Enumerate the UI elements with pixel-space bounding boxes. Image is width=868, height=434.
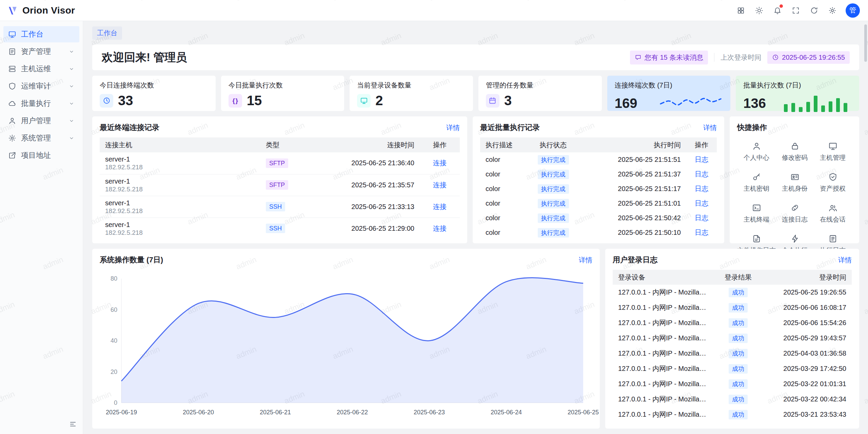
settings-gear-icon[interactable] bbox=[825, 3, 840, 18]
stats-row: 今日连接终端次数 33 今日批量执行次数 { } 15 当前登录设备数量 2 管… bbox=[92, 76, 859, 111]
stat-card-tasks: 管理的任务数量 3 bbox=[478, 76, 602, 111]
connect-link[interactable]: 连接 bbox=[433, 203, 447, 210]
quick-action-profile[interactable]: 个人中心 bbox=[737, 137, 776, 166]
table-row: 127.0.0.1 - 内网IP - Mozilla/5.0 (Windows … bbox=[613, 346, 852, 361]
apps-grid-icon[interactable] bbox=[733, 3, 749, 18]
sidebar-item-host-ops[interactable]: 主机运维 bbox=[3, 61, 79, 77]
login-device: 127.0.0.1 - 内网IP - Mozilla/5.0 (Windows … bbox=[613, 346, 713, 361]
stat-title: 当前登录设备数量 bbox=[357, 81, 466, 90]
log-link[interactable]: 日志 bbox=[695, 185, 708, 192]
terminal-detail-link[interactable]: 详情 bbox=[446, 123, 460, 132]
user-avatar[interactable]: 管 bbox=[846, 3, 860, 18]
quick-action-host-management[interactable]: 主机管理 bbox=[814, 137, 852, 166]
quick-action-host-keys[interactable]: 主机密钥 bbox=[737, 168, 776, 197]
login-time: 2025-03-22 00:42:34 bbox=[764, 392, 852, 407]
system-operations-area-chart: 0204060802025-06-192025-06-202025-06-212… bbox=[100, 270, 592, 418]
login-time: 2025-06-25 19:26:55 bbox=[764, 285, 852, 300]
exec-desc: color bbox=[480, 225, 522, 240]
table-row: color 执行完成 2025-06-25 21:50:42 日志 bbox=[480, 211, 717, 225]
table-row: 127.0.0.1 - 内网IP - Mozilla/5.0 (Windows … bbox=[613, 331, 852, 346]
id-card-icon bbox=[790, 172, 800, 182]
user-icon bbox=[752, 141, 761, 151]
login-result-badge: 成功 bbox=[729, 288, 748, 297]
stat-title: 今日连接终端次数 bbox=[100, 81, 208, 90]
svg-text:2025-06-22: 2025-06-22 bbox=[337, 409, 368, 416]
connect-link[interactable]: 连接 bbox=[433, 181, 447, 189]
dashboard-icon bbox=[8, 30, 16, 38]
quick-action-online-sessions[interactable]: 在线会话 bbox=[814, 199, 852, 228]
table-header-row: 登录设备 登录结果 登录时间 bbox=[613, 270, 852, 285]
key-icon bbox=[752, 172, 761, 182]
card-title: 用户登录日志 bbox=[613, 255, 657, 265]
sidebar-item-audit[interactable]: 运维审计 bbox=[3, 78, 79, 94]
chart-detail-link[interactable]: 详情 bbox=[579, 256, 592, 265]
stat-card-terminal-today: 今日连接终端次数 33 bbox=[92, 76, 216, 111]
unread-messages-badge[interactable]: 您有 15 条未读消息 bbox=[630, 51, 708, 64]
lightning-icon bbox=[790, 234, 800, 243]
table-row: 127.0.0.1 - 内网IP - Mozilla/5.0 (Windows … bbox=[613, 315, 852, 331]
sidebar-item-user-mgmt[interactable]: 用户管理 bbox=[3, 113, 79, 129]
quick-action-label: 在线会话 bbox=[820, 215, 846, 224]
refresh-icon[interactable] bbox=[806, 3, 822, 18]
scrollbar-thumb[interactable] bbox=[864, 24, 867, 62]
login-device: 127.0.0.1 - 内网IP - Mozilla/5.0 (Windows … bbox=[613, 361, 713, 376]
quick-action-asset-authorization[interactable]: 资产授权 bbox=[814, 168, 852, 197]
login-detail-link[interactable]: 详情 bbox=[838, 256, 852, 265]
col-device: 登录设备 bbox=[613, 270, 713, 285]
sidebar-item-assets[interactable]: 资产管理 bbox=[3, 43, 79, 60]
login-device: 127.0.0.1 - 内网IP - Mozilla/5.0 (Windows … bbox=[613, 285, 713, 300]
status-badge: 执行完成 bbox=[538, 170, 569, 179]
batch-records-card: 最近批量执行记录 详情 执行描述 执行状态 执行时间 操作 color 执行完成… bbox=[473, 116, 724, 243]
stat-value: 33 bbox=[118, 93, 133, 108]
exec-desc: color bbox=[480, 211, 522, 225]
exec-time: 2025-06-25 21:50:42 bbox=[585, 211, 686, 225]
breadcrumb[interactable]: 工作台 bbox=[92, 26, 122, 40]
app-title: Orion Visor bbox=[22, 5, 75, 16]
col-time: 连接时间 bbox=[311, 137, 420, 152]
table-row: 127.0.0.1 - 内网IP - Mozilla/5.0 (Windows … bbox=[613, 300, 852, 315]
quick-action-host-terminal[interactable]: 主机终端 bbox=[737, 199, 776, 228]
sidebar-item-workbench[interactable]: 工作台 bbox=[3, 26, 79, 42]
sidebar-item-batch-exec[interactable]: 批量执行 bbox=[3, 95, 79, 112]
log-link[interactable]: 日志 bbox=[695, 229, 708, 236]
log-link[interactable]: 日志 bbox=[695, 156, 708, 163]
table-row: 127.0.0.1 - 内网IP - Mozilla/5.0 (Windows … bbox=[613, 392, 852, 407]
sidebar-item-system-mgmt[interactable]: 系统管理 bbox=[3, 130, 79, 146]
exec-time: 2025-06-25 21:50:10 bbox=[585, 225, 686, 240]
stat-card-batch-7d: 批量执行次数 (7日) 136 bbox=[736, 76, 859, 111]
quick-action-host-identity[interactable]: 主机身份 bbox=[776, 168, 814, 197]
exec-desc: color bbox=[480, 182, 522, 196]
notification-bell-icon[interactable] bbox=[770, 3, 785, 18]
system-operations-chart-card: 系统操作数量 (7日) 详情 0204060802025-06-192025-0… bbox=[92, 249, 600, 429]
log-link[interactable]: 日志 bbox=[695, 200, 708, 207]
chevron-down-icon bbox=[68, 100, 75, 107]
table-row: color 执行完成 2025-06-25 21:51:51 日志 bbox=[480, 152, 717, 167]
fullscreen-icon[interactable] bbox=[788, 3, 804, 18]
login-result-badge: 成功 bbox=[729, 410, 748, 419]
table-row: 127.0.0.1 - 内网IP - Mozilla/5.0 (Windows … bbox=[613, 407, 852, 422]
quick-action-connection-logs[interactable]: 连接日志 bbox=[776, 199, 814, 228]
connect-link[interactable]: 连接 bbox=[433, 159, 447, 167]
table-row: color 执行完成 2025-06-25 21:51:01 日志 bbox=[480, 196, 717, 211]
batch-detail-link[interactable]: 详情 bbox=[703, 123, 717, 132]
link-chain-icon bbox=[790, 203, 800, 212]
log-link[interactable]: 日志 bbox=[695, 214, 708, 222]
log-link[interactable]: 日志 bbox=[695, 170, 708, 178]
sidebar-item-project-url[interactable]: 项目地址 bbox=[3, 147, 79, 164]
lock-icon bbox=[790, 141, 800, 151]
sidebar-collapse-icon[interactable] bbox=[67, 418, 79, 430]
divider bbox=[714, 53, 714, 62]
stat-title: 连接终端次数 (7日) bbox=[615, 81, 723, 90]
theme-sun-icon[interactable] bbox=[751, 3, 767, 18]
status-badge: 执行完成 bbox=[538, 213, 569, 223]
last-login-label: 上次登录时间 bbox=[721, 53, 761, 62]
stat-card-login-devices: 当前登录设备数量 2 bbox=[350, 76, 473, 111]
table-row: 127.0.0.1 - 内网IP - Mozilla/5.0 (Windows … bbox=[613, 361, 852, 376]
connect-link[interactable]: 连接 bbox=[433, 225, 447, 232]
quick-action-change-password[interactable]: 修改密码 bbox=[776, 137, 814, 166]
app-logo[interactable]: Orion Visor bbox=[8, 5, 75, 16]
terminal-records-card: 最近终端连接记录 详情 连接主机 类型 连接时间 操作 server-1182.… bbox=[92, 116, 467, 243]
sidebar: 工作台 资产管理 主机运维 运维审计 批量执行 用户管理 系统管理 项目地址 bbox=[0, 21, 83, 434]
sidebar-item-label: 项目地址 bbox=[21, 150, 51, 161]
card-title: 最近批量执行记录 bbox=[480, 122, 540, 133]
